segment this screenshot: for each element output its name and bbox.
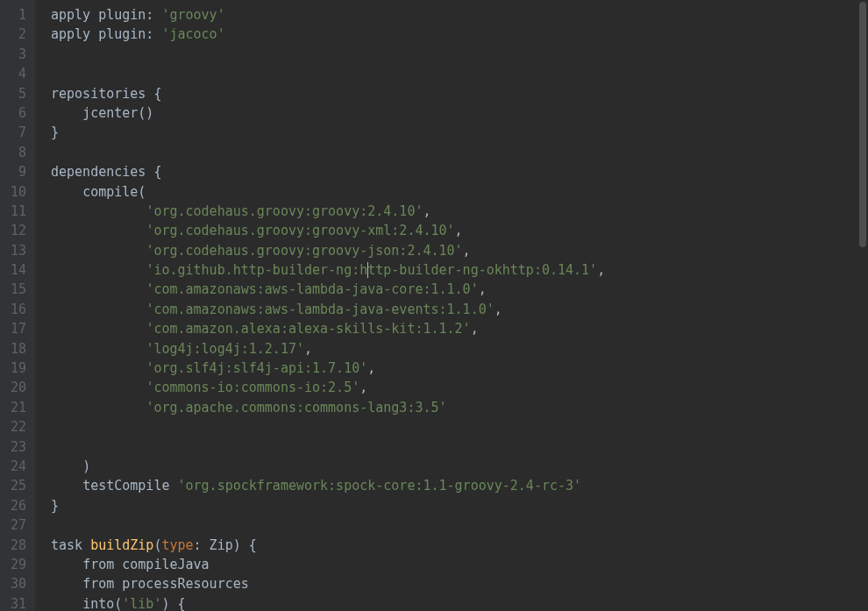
line-number: 19 bbox=[0, 359, 26, 378]
code-line[interactable]: from compileJava bbox=[51, 555, 605, 574]
line-number: 2 bbox=[0, 25, 26, 44]
line-number: 5 bbox=[0, 84, 26, 103]
code-editor[interactable]: 1234567891011121314151617181920212223242… bbox=[0, 0, 868, 611]
code-token: , bbox=[597, 262, 605, 278]
code-line[interactable] bbox=[51, 143, 605, 162]
line-number: 10 bbox=[0, 182, 26, 202]
code-line[interactable]: 'org.codehaus.groovy:groovy:2.4.10', bbox=[51, 202, 605, 221]
code-line[interactable]: dependencies { bbox=[51, 162, 605, 181]
line-number: 16 bbox=[0, 300, 26, 319]
code-token: 'com.amazonaws:aws-lambda-java-events:1.… bbox=[146, 302, 494, 317]
code-line[interactable]: into('lib') { bbox=[51, 594, 605, 611]
code-token: compile( bbox=[82, 184, 146, 200]
code-line[interactable]: 'org.codehaus.groovy:groovy-json:2.4.10'… bbox=[51, 241, 605, 260]
code-token: , bbox=[471, 321, 479, 337]
line-number: 26 bbox=[0, 496, 26, 515]
code-token: 'org.codehaus.groovy:groovy:2.4.10' bbox=[146, 203, 423, 219]
code-line[interactable]: 'com.amazon.alexa:alexa-skills-kit:1.1.2… bbox=[51, 319, 605, 338]
code-token: ttp-builder-ng-okhttp:0.14.1' bbox=[367, 262, 597, 278]
line-number: 30 bbox=[0, 574, 26, 593]
code-line[interactable] bbox=[51, 417, 605, 437]
code-token: : Zip) bbox=[194, 537, 249, 553]
code-token: apply plugin: bbox=[51, 7, 161, 23]
vertical-scrollbar[interactable] bbox=[857, 0, 868, 611]
code-line[interactable] bbox=[51, 515, 605, 535]
code-line[interactable]: 'commons-io:commons-io:2.5', bbox=[51, 378, 605, 397]
code-line[interactable]: compile( bbox=[51, 182, 605, 202]
code-line[interactable]: from processResources bbox=[51, 574, 605, 593]
line-number: 8 bbox=[0, 143, 26, 162]
code-token: 'org.codehaus.groovy:groovy-xml:2.4.10' bbox=[146, 223, 454, 238]
line-number: 6 bbox=[0, 103, 26, 123]
line-number: 29 bbox=[0, 555, 26, 574]
code-token: from processResources bbox=[82, 576, 249, 592]
code-token: 'org.slf4j:slf4j-api:1.7.10' bbox=[146, 360, 367, 376]
code-area[interactable]: apply plugin: 'groovy'apply plugin: 'jac… bbox=[35, 0, 605, 611]
code-token: task bbox=[51, 537, 90, 553]
code-line[interactable]: testCompile 'org.spockframework:spock-co… bbox=[51, 476, 605, 495]
code-line[interactable] bbox=[51, 45, 605, 64]
line-number: 27 bbox=[0, 515, 26, 535]
code-line[interactable]: ) bbox=[51, 457, 605, 476]
code-line[interactable]: task buildZip(type: Zip) { bbox=[51, 536, 605, 555]
line-number: 3 bbox=[0, 45, 26, 64]
code-token: } bbox=[51, 498, 59, 514]
code-line[interactable]: } bbox=[51, 496, 605, 515]
code-line[interactable] bbox=[51, 64, 605, 83]
code-token: } bbox=[51, 124, 59, 140]
code-token: ) bbox=[161, 596, 177, 611]
code-line[interactable]: 'com.amazonaws:aws-lambda-java-core:1.1.… bbox=[51, 280, 605, 299]
code-line[interactable]: 'org.slf4j:slf4j-api:1.7.10', bbox=[51, 359, 605, 378]
code-line[interactable]: jcenter() bbox=[51, 103, 605, 123]
code-token: 'com.amazonaws:aws-lambda-java-core:1.1.… bbox=[146, 281, 478, 297]
code-line[interactable]: 'org.apache.commons:commons-lang3:3.5' bbox=[51, 398, 605, 417]
code-token: , bbox=[463, 243, 471, 259]
code-token: 'lib' bbox=[122, 596, 161, 611]
code-token: repositories bbox=[51, 86, 153, 102]
line-number: 24 bbox=[0, 457, 26, 476]
code-token: ) bbox=[82, 458, 90, 474]
code-token: from compileJava bbox=[82, 557, 210, 572]
code-token: 'com.amazon.alexa:alexa-skills-kit:1.1.2… bbox=[146, 321, 470, 337]
line-number: 28 bbox=[0, 536, 26, 555]
code-line[interactable]: 'org.codehaus.groovy:groovy-xml:2.4.10', bbox=[51, 221, 605, 240]
code-token: 'org.apache.commons:commons-lang3:3.5' bbox=[146, 400, 446, 416]
code-token: testCompile bbox=[82, 478, 177, 494]
line-number: 31 bbox=[0, 594, 26, 611]
code-token: { bbox=[153, 164, 161, 180]
line-number: 11 bbox=[0, 202, 26, 221]
line-number: 1 bbox=[0, 5, 26, 25]
line-number: 7 bbox=[0, 123, 26, 142]
code-token: , bbox=[359, 380, 367, 395]
code-line[interactable]: 'log4j:log4j:1.2.17', bbox=[51, 339, 605, 359]
code-token: 'jacoco' bbox=[161, 26, 224, 42]
code-token: 'groovy' bbox=[161, 7, 224, 23]
code-token: type bbox=[161, 537, 193, 553]
code-line[interactable] bbox=[51, 437, 605, 457]
line-number: 13 bbox=[0, 241, 26, 260]
line-number: 15 bbox=[0, 280, 26, 299]
code-token: 'commons-io:commons-io:2.5' bbox=[146, 380, 359, 395]
code-token: jcenter() bbox=[82, 105, 153, 121]
code-line[interactable]: 'com.amazonaws:aws-lambda-java-events:1.… bbox=[51, 300, 605, 319]
code-token: , bbox=[455, 223, 463, 238]
code-token: , bbox=[423, 203, 430, 219]
code-line[interactable]: 'io.github.http-builder-ng:http-builder-… bbox=[51, 260, 605, 280]
code-token: 'io.github.http-builder-ng:h bbox=[146, 262, 367, 278]
scrollbar-thumb[interactable] bbox=[859, 2, 866, 247]
line-number: 21 bbox=[0, 398, 26, 417]
line-number: 14 bbox=[0, 260, 26, 280]
code-line[interactable]: apply plugin: 'groovy' bbox=[51, 5, 605, 25]
code-line[interactable]: apply plugin: 'jacoco' bbox=[51, 25, 605, 44]
line-number-gutter: 1234567891011121314151617181920212223242… bbox=[0, 0, 35, 611]
code-token: { bbox=[178, 596, 186, 611]
code-token: , bbox=[367, 360, 375, 376]
line-number: 9 bbox=[0, 162, 26, 181]
code-token: buildZip bbox=[90, 537, 153, 553]
code-token: , bbox=[494, 302, 502, 317]
code-line[interactable]: } bbox=[51, 123, 605, 142]
code-line[interactable]: repositories { bbox=[51, 84, 605, 103]
line-number: 17 bbox=[0, 319, 26, 338]
code-token: { bbox=[249, 537, 257, 553]
code-token: 'log4j:log4j:1.2.17' bbox=[146, 341, 304, 357]
